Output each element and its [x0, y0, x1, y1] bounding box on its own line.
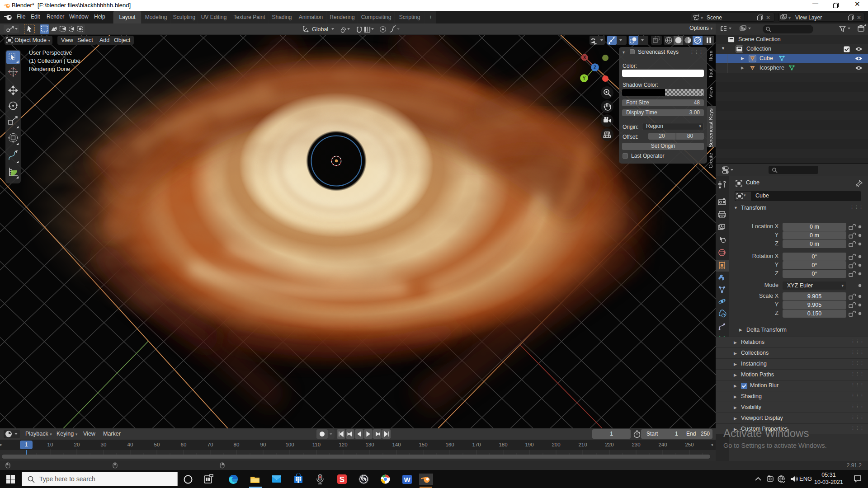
svg-text:100: 100 — [285, 442, 294, 447]
svg-text:190: 190 — [525, 442, 533, 447]
svg-text:250: 250 — [685, 442, 693, 447]
svg-text:240: 240 — [658, 442, 667, 447]
svg-text:30: 30 — [101, 442, 107, 447]
svg-text:230: 230 — [632, 442, 640, 447]
svg-text:S: S — [340, 475, 344, 484]
svg-text:Y: Y — [583, 76, 586, 81]
svg-text:200: 200 — [552, 442, 560, 447]
svg-text:10: 10 — [47, 442, 53, 447]
svg-text:80: 80 — [234, 442, 240, 447]
svg-text:20: 20 — [74, 442, 80, 447]
svg-text:140: 140 — [392, 442, 401, 447]
svg-text:220: 220 — [605, 442, 613, 447]
svg-text:60: 60 — [181, 442, 187, 447]
svg-text:Z: Z — [594, 65, 596, 70]
svg-text:120: 120 — [339, 442, 347, 447]
svg-text:110: 110 — [312, 442, 321, 447]
svg-text:130: 130 — [365, 442, 374, 447]
svg-text:160: 160 — [445, 442, 454, 447]
svg-text:X: X — [583, 55, 586, 60]
svg-text:40: 40 — [127, 442, 133, 447]
svg-text:90: 90 — [260, 442, 266, 447]
svg-text:210: 210 — [578, 442, 587, 447]
svg-text:180: 180 — [499, 442, 507, 447]
svg-text:Global: Global — [312, 26, 328, 33]
svg-text:70: 70 — [208, 442, 213, 447]
svg-text:50: 50 — [154, 442, 160, 447]
svg-text:150: 150 — [419, 442, 427, 447]
svg-text:W: W — [404, 476, 410, 483]
svg-text:170: 170 — [472, 442, 481, 447]
